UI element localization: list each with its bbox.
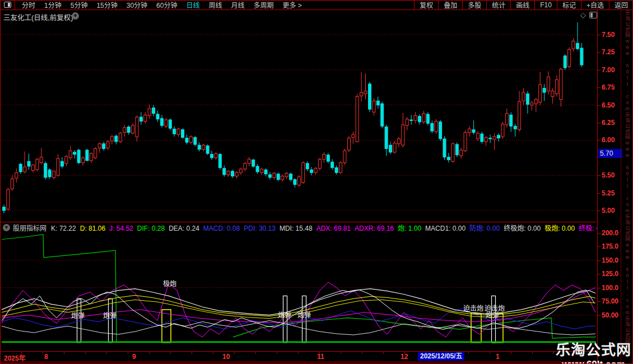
price-tick-label: 7.00 [602, 66, 615, 74]
toolbar-item-标记[interactable]: 标记 [557, 0, 581, 10]
candle [327, 153, 329, 164]
toolbar-item-叠加[interactable]: 叠加 [438, 0, 462, 10]
price-tick [598, 140, 601, 141]
candle [356, 94, 359, 143]
candle [264, 169, 267, 176]
candlestick-chart[interactable] [1, 22, 597, 222]
candle [352, 132, 355, 143]
price-tick-label: 5.50 [602, 171, 615, 179]
indicator-value-DIF: DIF: 0.28 [137, 225, 165, 232]
toolbar-item-多股[interactable]: 多股 [462, 0, 486, 10]
price-tick [598, 35, 601, 35]
toolbar-item-5分钟[interactable]: 5分钟 [66, 2, 92, 10]
pane-layout-icon[interactable] [589, 12, 597, 18]
price-tick [598, 52, 601, 53]
candle [19, 163, 22, 174]
candle [369, 82, 371, 112]
signal-label: 炮弹 [297, 311, 311, 319]
stock-title: 三友化工(日线,前复权) [3, 12, 73, 22]
candle [206, 144, 209, 155]
title-bar: 三友化工(日线,前复权) ▼ ◇ [0, 10, 633, 22]
toolbar-item-分时[interactable]: 分时 [17, 2, 40, 10]
collapse-chevron-icon[interactable]: ▼ [3, 224, 10, 231]
price-tick [598, 70, 601, 71]
candle [505, 109, 508, 128]
candle [493, 133, 496, 150]
candle [165, 118, 167, 128]
toolbar-item-60分钟[interactable]: 60分钟 [152, 2, 181, 10]
diamond-icon[interactable]: ◇ [580, 11, 586, 19]
candle [526, 91, 529, 114]
toolbar-item-月线[interactable]: 月线 [227, 2, 249, 10]
candle [156, 111, 159, 122]
candle [331, 159, 334, 170]
candle [103, 142, 105, 151]
toolbar-item-多周期[interactable]: 多周期 [249, 2, 278, 10]
toolbar-item-30分钟[interactable]: 30分钟 [122, 2, 152, 10]
candle [260, 167, 263, 175]
indicator-tick-label: 200.0 [602, 229, 618, 237]
indicator-line-white-k [2, 290, 594, 330]
toolbar-item-日线[interactable]: 日线 [181, 2, 204, 10]
watermark-url: www.60lt.com [556, 359, 631, 364]
date-tick-label: 9 [132, 353, 136, 361]
indicator-name: 股朋指标网 [13, 223, 46, 232]
candle [468, 126, 471, 137]
toolbar-item-画线[interactable]: 画线 [510, 0, 534, 10]
candle [290, 172, 292, 181]
candle [406, 117, 408, 130]
price-axis: 5.70 7.507.257.006.756.506.256.005.505.2… [597, 10, 621, 362]
date-tick-label: 12 [401, 353, 408, 361]
candle [568, 48, 571, 69]
candle [310, 167, 313, 175]
toolbar-item-统计[interactable]: 统计 [486, 0, 510, 10]
toolbar-item-1分钟[interactable]: 1分钟 [40, 2, 66, 10]
date-tick-label: 2025年 [4, 353, 26, 362]
toolbar-item-返回[interactable]: 返回 [609, 0, 633, 10]
toolbar-item-+自选[interactable]: +自选 [581, 0, 609, 10]
candle [11, 175, 13, 191]
candle [136, 115, 138, 142]
candle [547, 71, 550, 95]
indicator-value-MACD1: MACD1: 0.00 [425, 225, 466, 232]
toolbar-item-更多 >[interactable]: 更多 > [278, 2, 306, 10]
toolbar-item-15分钟[interactable]: 15分钟 [92, 2, 122, 10]
indicator-value-K: K: 72.22 [51, 225, 76, 232]
indicator-tick-label: 75.00 [602, 297, 618, 305]
toolbar-item-复权[interactable]: 复权 [414, 0, 438, 10]
chevron-down-icon[interactable]: ▼ [72, 12, 79, 20]
indicator-tick-label: 150.0 [602, 256, 618, 264]
candle [564, 54, 566, 70]
candle [485, 136, 487, 146]
candle [3, 205, 6, 213]
candle [560, 68, 562, 106]
candle [443, 136, 446, 160]
candle [185, 134, 188, 144]
candle [40, 148, 43, 164]
candle [15, 169, 18, 183]
signal-label: 炮弹 [71, 312, 85, 320]
date-tick-label: 10 [222, 353, 230, 361]
indicator-chart[interactable]: 极炮炮弹炮弹炮弹炮弹迫击炮迫击炮炮弹 [1, 233, 597, 351]
candle [77, 149, 80, 165]
price-tick [598, 105, 601, 106]
price-tick-label: 5.00 [602, 207, 615, 214]
candle [235, 171, 238, 179]
candle [460, 148, 463, 158]
indicator-tick [598, 288, 601, 288]
candle [373, 98, 375, 115]
candle [277, 172, 280, 181]
signal-bar-yellow [162, 310, 171, 343]
window-split-icon[interactable] [4, 2, 11, 8]
signal-bar-white [283, 296, 287, 342]
candle [439, 120, 442, 141]
indicator-value-ADXR: ADXR: 69.16 [355, 225, 394, 232]
candle [69, 146, 72, 160]
candle [414, 112, 417, 123]
candle [123, 125, 126, 137]
candle [447, 153, 450, 163]
toolbar-item-F10[interactable]: F10 [534, 0, 557, 10]
toolbar-item-周线[interactable]: 周线 [204, 2, 226, 10]
candle [177, 128, 180, 137]
price-tick-label: 6.75 [602, 83, 615, 91]
